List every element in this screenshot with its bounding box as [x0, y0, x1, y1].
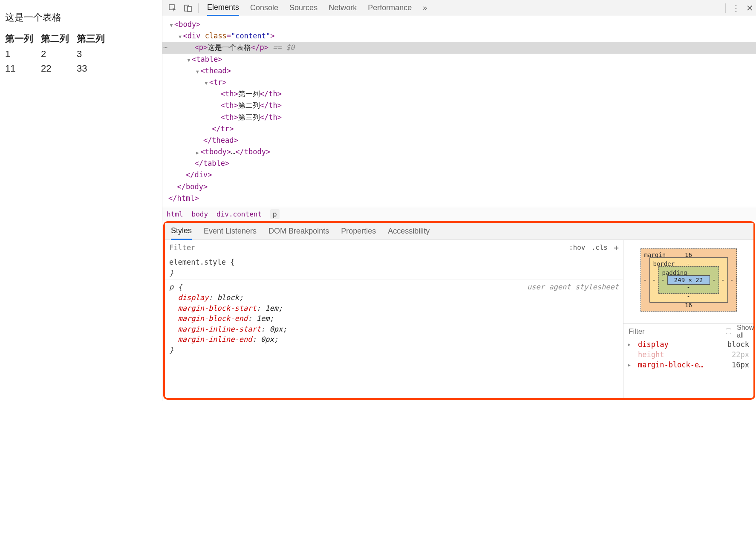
devtools-toolbar: Elements Console Sources Network Perform… [162, 0, 756, 16]
tab-network[interactable]: Network [329, 0, 357, 16]
show-all-label: Show all [737, 324, 754, 339]
computed-filter-input[interactable] [628, 327, 720, 336]
styles-rules[interactable]: element.style { } user agent stylesheetp… [165, 255, 623, 398]
crumb-html[interactable]: html [167, 210, 183, 218]
cls-toggle[interactable]: .cls [591, 243, 608, 251]
inspect-element-icon[interactable] [165, 4, 180, 12]
styles-filter-input[interactable] [165, 240, 565, 255]
tab-elements[interactable]: Elements [207, 0, 239, 16]
computed-list[interactable]: ▶ display block height 22px ▶ margin-blo… [623, 339, 753, 370]
computed-row[interactable]: height 22px [623, 349, 753, 360]
dom-tree[interactable]: <body> <div class="content"> <p>这是一个表格</… [162, 16, 756, 207]
page-preview: 这是一个表格 第一列 第二列 第三列 1 2 3 11 22 33 [0, 0, 162, 401]
box-model-diagram[interactable]: margin 16 16 - - border - - - - paddin [623, 240, 753, 324]
svg-rect-2 [188, 6, 191, 12]
crumb-div[interactable]: div.content [216, 210, 262, 218]
tab-dom-breakpoints[interactable]: DOM Breakpoints [268, 223, 329, 240]
tab-accessibility[interactable]: Accessibility [388, 223, 430, 240]
box-model-content: 249 × 22 [667, 275, 710, 285]
styles-tabs: Styles Event Listeners DOM Breakpoints P… [165, 223, 753, 240]
close-icon[interactable]: ✕ [746, 3, 753, 13]
table-row: 1 2 3 [5, 47, 113, 61]
crumb-p[interactable]: p [270, 209, 280, 219]
crumb-body[interactable]: body [192, 210, 208, 218]
page-caption: 这是一个表格 [5, 11, 157, 24]
computed-row[interactable]: ▶ display block [623, 339, 753, 349]
hov-toggle[interactable]: :hov [569, 243, 586, 251]
devtools-panel: Elements Console Sources Network Perform… [162, 0, 756, 401]
computed-row[interactable]: ▶ margin-block-e… 16px [623, 360, 753, 370]
table-header: 第三列 [77, 31, 113, 47]
tab-sources[interactable]: Sources [289, 0, 317, 16]
tab-properties[interactable]: Properties [341, 223, 376, 240]
tab-styles[interactable]: Styles [171, 223, 192, 240]
styles-filterbar: :hov .cls + [165, 240, 623, 255]
computed-filterbar: Show all [623, 324, 753, 339]
tab-console[interactable]: Console [250, 0, 278, 16]
dom-selected-node[interactable]: <p>这是一个表格</p> == $0 [162, 42, 756, 53]
device-toolbar-icon[interactable] [180, 4, 196, 12]
tab-performance[interactable]: Performance [368, 0, 412, 16]
new-style-rule-icon[interactable]: + [614, 243, 619, 252]
show-all-checkbox[interactable] [726, 329, 731, 334]
table-header: 第一列 [5, 31, 41, 47]
styles-pane-highlighted: Styles Event Listeners DOM Breakpoints P… [163, 221, 755, 400]
kebab-menu-icon[interactable]: ⋮ [732, 3, 740, 13]
tab-event-listeners[interactable]: Event Listeners [204, 223, 257, 240]
tab-more[interactable]: » [423, 0, 427, 16]
breadcrumb: html body div.content p [162, 207, 756, 221]
table-row: 11 22 33 [5, 61, 113, 76]
table-header: 第二列 [41, 31, 77, 47]
page-table: 第一列 第二列 第三列 1 2 3 11 22 33 [5, 31, 113, 76]
